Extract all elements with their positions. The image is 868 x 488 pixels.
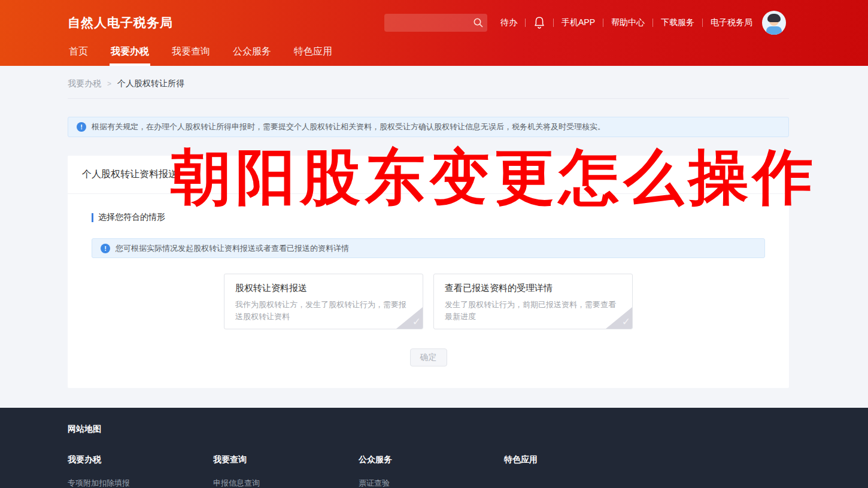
search-box[interactable]	[384, 14, 487, 32]
nav-tab-tax-handling[interactable]: 我要办税	[110, 41, 150, 66]
footer-col-title: 我要办税	[68, 454, 213, 465]
mobile-app-link[interactable]: 手机APP	[562, 17, 595, 28]
nav-tab-featured-apps[interactable]: 特色应用	[293, 41, 333, 66]
footer-col-public-service: 公众服务 票证查验	[359, 454, 504, 488]
footer-col-title: 我要查询	[213, 454, 359, 465]
nav-tab-query[interactable]: 我要查询	[171, 41, 211, 66]
footer-col-title: 特色应用	[504, 454, 650, 465]
main-nav: 首页 我要办税 我要查询 公众服务 特色应用	[0, 41, 868, 66]
section-accent-bar	[92, 213, 93, 222]
notice-text: 根据有关规定，在办理个人股权转让所得申报时，需要提交个人股权转让相关资料，股权受…	[92, 122, 605, 132]
breadcrumb: 我要办税 > 个人股权转让所得	[68, 66, 789, 99]
bell-icon[interactable]	[533, 16, 545, 29]
avatar-hair	[767, 14, 781, 22]
sitemap-title: 网站地图	[68, 424, 789, 435]
nav-tab-home[interactable]: 首页	[68, 41, 89, 66]
option-description: 我作为股权转让方，发生了股权转让行为，需要报送股权转让资料	[235, 299, 412, 323]
footer-link-special-deduction[interactable]: 专项附加扣除填报	[68, 478, 213, 488]
header-top-row: 自然人电子税务局 待办 手机APP 帮助中心	[0, 0, 868, 41]
nav-tab-public-service[interactable]: 公众服务	[232, 41, 272, 66]
option-card-submit-materials[interactable]: 股权转让资料报送 我作为股权转让方，发生了股权转让行为，需要报送股权转让资料 ✓	[224, 274, 423, 329]
footer-link-ticket-check[interactable]: 票证查验	[359, 478, 504, 488]
panel-title: 个人股权转让资料报送	[68, 156, 789, 194]
button-row: 确定	[92, 348, 765, 366]
divider	[553, 19, 554, 27]
option-card-view-progress[interactable]: 查看已报送资料的受理详情 发生了股权转让行为，前期已报送资料，需要查看最新进度 …	[433, 274, 633, 329]
app-header: 自然人电子税务局 待办 手机APP 帮助中心	[0, 0, 868, 66]
help-center-link[interactable]: 帮助中心	[611, 17, 645, 28]
search-input[interactable]	[384, 14, 514, 32]
footer-link-declaration-query[interactable]: 申报信息查询	[213, 478, 359, 488]
check-icon: ✓	[412, 316, 421, 328]
section-title-row: 选择您符合的情形	[92, 212, 765, 223]
download-service-link[interactable]: 下载服务	[661, 17, 694, 28]
hint-banner: ! 您可根据实际情况发起股权转让资料报送或者查看已报送的资料详情	[92, 238, 765, 258]
confirm-button[interactable]: 确定	[410, 348, 447, 366]
section-title: 选择您符合的情形	[98, 212, 165, 223]
notice-banner: ! 根据有关规定，在办理个人股权转让所得申报时，需要提交个人股权转让相关资料，股…	[68, 117, 789, 137]
site-logo: 自然人电子税务局	[68, 14, 173, 31]
options-row: 股权转让资料报送 我作为股权转让方，发生了股权转让行为，需要报送股权转让资料 ✓…	[92, 274, 765, 329]
check-icon: ✓	[622, 316, 630, 328]
divider	[525, 19, 526, 27]
divider	[652, 19, 653, 27]
chevron-right-icon: >	[107, 80, 111, 88]
search-icon[interactable]	[473, 17, 484, 28]
utility-links: 待办 手机APP 帮助中心 下载服务 电子税务局	[500, 16, 752, 29]
breadcrumb-current: 个人股权转让所得	[117, 78, 184, 89]
avatar-shirt	[766, 26, 782, 35]
option-description: 发生了股权转让行为，前期已报送资料，需要查看最新进度	[445, 299, 621, 323]
user-avatar[interactable]	[762, 11, 786, 35]
divider	[603, 19, 603, 27]
page-footer: 网站地图 我要办税 专项附加扣除填报 我要查询 申报信息查询 公众服务 票证查验…	[0, 408, 868, 488]
etax-bureau-link[interactable]: 电子税务局	[711, 17, 752, 28]
equity-transfer-panel: 个人股权转让资料报送 选择您符合的情形 ! 您可根据实际情况发起股权转让资料报送…	[68, 156, 789, 388]
footer-col-tax-handling: 我要办税 专项附加扣除填报	[68, 454, 213, 488]
footer-col-title: 公众服务	[359, 454, 504, 465]
main-content: 我要办税 > 个人股权转让所得 ! 根据有关规定，在办理个人股权转让所得申报时，…	[0, 66, 868, 408]
footer-columns: 我要办税 专项附加扣除填报 我要查询 申报信息查询 公众服务 票证查验 特色应用	[68, 454, 789, 488]
info-icon: !	[77, 122, 86, 132]
divider	[702, 19, 703, 27]
footer-col-query: 我要查询 申报信息查询	[213, 454, 359, 488]
option-title: 股权转让资料报送	[235, 283, 412, 294]
info-icon: !	[101, 244, 110, 253]
footer-col-featured-apps: 特色应用	[504, 454, 650, 488]
breadcrumb-parent[interactable]: 我要办税	[68, 78, 101, 89]
option-title: 查看已报送资料的受理详情	[445, 283, 621, 294]
hint-text: 您可根据实际情况发起股权转让资料报送或者查看已报送的资料详情	[116, 243, 349, 254]
